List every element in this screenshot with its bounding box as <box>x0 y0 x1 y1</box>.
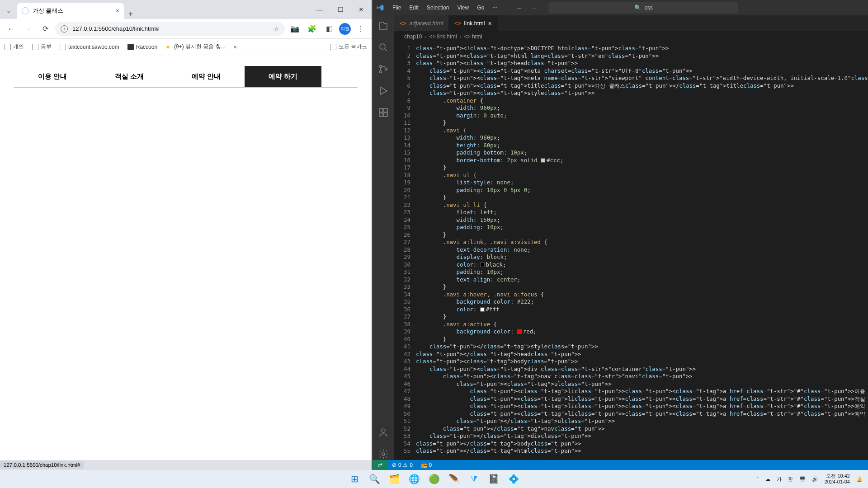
tab-close-icon[interactable]: × <box>116 7 119 14</box>
html-file-icon: <> <box>400 20 406 27</box>
extensions-icon[interactable]: 🧩 <box>305 22 319 36</box>
site-info-icon[interactable]: i <box>61 25 68 33</box>
all-bookmarks-button[interactable]: 모든 북마크 <box>330 43 367 51</box>
chrome-status-bar: 127.0.0.1:5500/chap10/link.html# <box>0 460 372 470</box>
svg-point-0 <box>380 44 385 49</box>
onedrive-icon[interactable]: ☁ <box>765 476 770 482</box>
status-url: 127.0.0.1:5500/chap10/link.html# <box>0 461 84 469</box>
html-file-icon: <> <box>454 20 461 27</box>
omnibox[interactable]: i 127.0.0.1:5500/chap10/link.html# ☆ <box>55 22 285 36</box>
menu-item[interactable]: Edit <box>406 3 422 13</box>
nav-link[interactable]: 예약 안내 <box>168 66 245 87</box>
breadcrumb-item[interactable]: <> link.html <box>429 33 457 40</box>
error-count: 0 <box>398 462 401 468</box>
svg-rect-6 <box>379 113 383 117</box>
taskbar-clock[interactable]: 오전 10:42 2024-01-04 <box>825 473 850 485</box>
bookmark-label: 개인 <box>13 43 24 51</box>
vscode-taskbar-icon[interactable]: ⧩ <box>466 471 482 487</box>
nav-link[interactable]: 예약 하기 <box>245 66 321 87</box>
tray-chevron-icon[interactable]: ˄ <box>756 476 759 482</box>
edge-icon[interactable]: 🟢 <box>426 471 442 487</box>
remote-indicator[interactable]: ⇄ <box>373 460 388 470</box>
nav-link[interactable]: 이용 안내 <box>14 66 91 87</box>
rendered-page: 이용 안내객실 소개예약 안내예약 하기 <box>0 55 372 460</box>
bookmark-item[interactable]: 개인 <box>5 43 24 51</box>
nav-link[interactable]: 객실 소개 <box>91 66 168 87</box>
bookmark-item[interactable]: Raccoon <box>127 44 157 50</box>
breadcrumb-item[interactable]: chap10 <box>404 33 422 40</box>
file-explorer-icon[interactable]: 🗂️ <box>386 471 402 487</box>
slack-icon[interactable]: 💠 <box>505 471 522 487</box>
menu-item[interactable]: Selection <box>423 3 453 13</box>
camera-icon[interactable]: 📷 <box>288 22 302 36</box>
forward-button[interactable]: → <box>21 22 35 36</box>
line-gutter: 1234567891011121314151617181920212223242… <box>394 42 416 460</box>
tab-search-button[interactable]: ⌄ <box>0 3 17 19</box>
chrome-menu-icon[interactable]: ⋮ <box>354 22 368 36</box>
menu-item[interactable]: View <box>453 3 472 13</box>
editor-tab[interactable]: <>link.html× <box>449 15 498 31</box>
maximize-button[interactable]: ☐ <box>330 0 351 19</box>
ports-indicator[interactable]: 📻 0 <box>417 462 436 468</box>
command-center[interactable]: 🔍 css <box>548 2 738 13</box>
editor-tab[interactable]: <>adjacent.html <box>394 15 449 31</box>
search-icon[interactable] <box>377 42 389 53</box>
profile-avatar[interactable]: 지현 <box>339 23 351 35</box>
vscode-statusbar: ⇄ ⊘ 0 ⚠ 0 📻 0 Ln 55, Col 8 Spaces: 4 UTF… <box>373 460 868 470</box>
tab-close-icon[interactable]: × <box>488 20 491 27</box>
reload-button[interactable]: ⟳ <box>38 22 52 36</box>
editor-tabs: <>adjacent.html<>link.html× ▷ ◫ ⋯ <box>394 15 868 31</box>
bookmarks-overflow-icon[interactable]: » <box>234 44 237 50</box>
app-icon[interactable]: 🪶 <box>446 471 462 487</box>
minimize-button[interactable]: — <box>309 0 330 19</box>
ime-mode[interactable]: 한 <box>788 476 793 483</box>
folder-icon <box>32 44 38 50</box>
extensions-icon[interactable] <box>377 107 389 118</box>
source-control-icon[interactable] <box>377 63 389 75</box>
menu-bar: FileEditSelectionViewGo⋯ <box>389 3 501 13</box>
explorer-icon[interactable] <box>377 20 389 32</box>
start-button[interactable]: ⊞ <box>346 471 363 487</box>
close-button[interactable]: ✕ <box>351 0 372 19</box>
problems-indicator[interactable]: ⊘ 0 ⚠ 0 <box>388 462 417 468</box>
demo-nav: 이용 안내객실 소개예약 안내예약 하기 <box>14 66 358 88</box>
page-icon <box>127 44 134 50</box>
bookmark-label: textcount.sawoo.com <box>68 44 119 50</box>
nav-forward-icon[interactable]: → <box>531 4 538 12</box>
settings-gear-icon[interactable] <box>377 448 389 460</box>
menu-item[interactable]: File <box>389 3 405 13</box>
back-button[interactable]: ← <box>4 22 18 36</box>
menu-overflow-icon[interactable]: ⋯ <box>489 3 501 13</box>
side-panel-icon[interactable]: ◧ <box>322 22 336 36</box>
taskbar-search-icon[interactable]: 🔍 <box>366 471 382 487</box>
browser-tab[interactable]: 가상 클래스 × <box>17 3 124 19</box>
bookmark-item[interactable]: textcount.sawoo.com <box>60 44 119 50</box>
network-icon[interactable]: 🖥️ <box>799 476 806 482</box>
bookmark-item[interactable]: ★(9+) 잊지현 꿈을 찾... <box>165 43 226 51</box>
bookmark-item[interactable]: 공부 <box>32 43 52 51</box>
vscode-titlebar: FileEditSelectionViewGo⋯ ← → 🔍 css — ☐ ✕ <box>373 0 868 15</box>
accounts-icon[interactable] <box>377 427 389 438</box>
nav-back-icon[interactable]: ← <box>516 4 523 12</box>
menu-item[interactable]: Go <box>473 3 488 13</box>
breadcrumb-item[interactable]: <> html <box>464 33 482 40</box>
code-lines[interactable]: class="t-pun"><!class="t-doctype">DOCTYP… <box>416 42 868 460</box>
chrome-tabstrip: ⌄ 가상 클래스 × + — ☐ ✕ <box>0 0 372 19</box>
svg-point-9 <box>382 453 385 455</box>
code-editor[interactable]: 1234567891011121314151617181920212223242… <box>394 42 868 460</box>
svg-point-2 <box>380 71 382 73</box>
notion-icon[interactable]: 📓 <box>486 471 502 487</box>
svg-rect-7 <box>384 113 387 117</box>
notifications-icon[interactable]: 🔔 <box>856 476 863 482</box>
bookmark-star-icon[interactable]: ☆ <box>274 25 279 32</box>
run-debug-icon[interactable] <box>377 85 389 97</box>
breadcrumb[interactable]: chap10›<> link.html›<> html <box>394 31 868 42</box>
ime-indicator[interactable]: 가 <box>777 476 782 483</box>
new-tab-button[interactable]: + <box>124 9 137 19</box>
vscode-window: FileEditSelectionViewGo⋯ ← → 🔍 css — ☐ ✕ <box>373 0 868 470</box>
page-icon <box>60 44 66 50</box>
volume-icon[interactable]: 🔊 <box>812 476 818 482</box>
chrome-icon[interactable]: 🌐 <box>406 471 422 487</box>
bookmark-label: (9+) 잊지현 꿈을 찾... <box>174 43 226 51</box>
svg-rect-4 <box>379 108 383 112</box>
